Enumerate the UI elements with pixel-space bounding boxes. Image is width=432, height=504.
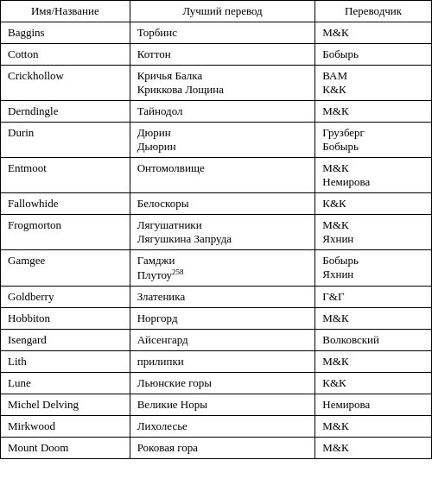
table-row: MirkwoodЛихолесьеМ&К [1, 416, 432, 438]
cell-translator: К&К [315, 373, 432, 394]
translator-text: Волковский [322, 333, 379, 346]
table-row: EntmootОнтомолвищеМ&КНемирова [1, 158, 432, 193]
translation-text: Плутоу258 [137, 268, 184, 281]
cell-translator: М&КНемирова [315, 158, 432, 193]
cell-translator: ВАМК&К [315, 66, 432, 101]
header-name: Имя/Название [1, 1, 130, 22]
cell-translator: ГрузбергБобырь [315, 123, 432, 158]
cell-translation: Льюнские горы [130, 373, 315, 394]
translation-text: Златеника [137, 290, 186, 303]
cell-name: Frogmorton [1, 215, 130, 250]
table-row: BagginsТорбинсМ&К [1, 22, 432, 44]
translator-text: К&К [322, 83, 346, 96]
cell-translation: Лихолесье [130, 416, 315, 438]
cell-translation: прилипки [130, 351, 315, 373]
cell-translation: Кричья БалкаКриккова Лощина [130, 66, 315, 101]
table-row: Mount DoomРоковая гораМ&К [1, 438, 432, 459]
table-row: DurinДюринДьюринГрузбергБобырь [1, 123, 432, 158]
translation-text: Гамджи [137, 254, 175, 267]
cell-name: Cotton [1, 44, 130, 66]
translation-text: Кричья Балка [137, 69, 203, 82]
cell-name: Michel Delving [1, 394, 130, 416]
translation-text: Лягушатники [137, 218, 202, 231]
cell-name: Mirkwood [1, 416, 130, 438]
table-row: LithприлипкиМ&К [1, 351, 432, 373]
cell-name: Durin [1, 123, 130, 158]
translator-text: Немирова [322, 175, 370, 188]
translator-text: М&К [322, 218, 348, 231]
translator-text: Немирова [322, 398, 370, 411]
translation-text: Айсенгард [137, 333, 188, 346]
translator-text: К&К [322, 376, 346, 389]
table-row: GoldberryЗлатеникаГ&Г [1, 287, 432, 308]
cell-translator: М&К [315, 416, 432, 438]
cell-translation: ДюринДьюрин [130, 123, 315, 158]
cell-translation: Айсенгард [130, 330, 315, 351]
translation-text: Белоскоры [137, 197, 189, 210]
translation-text: Великие Норы [137, 398, 207, 411]
cell-name: Baggins [1, 22, 130, 44]
cell-translation: Великие Норы [130, 394, 315, 416]
cell-translation: Коттон [130, 44, 315, 66]
translator-text: М&К [322, 161, 348, 174]
translator-text: Бобырь [322, 47, 359, 60]
translation-text: Коттон [137, 47, 171, 60]
translator-text: Бобырь [322, 254, 359, 267]
cell-translation: Белоскоры [130, 193, 315, 215]
cell-translator: М&К [315, 438, 432, 459]
translation-text: Дьюрин [137, 140, 176, 153]
cell-translation: Роковая гора [130, 438, 315, 459]
cell-name: Gamgee [1, 250, 130, 287]
translator-text: К&К [322, 197, 346, 210]
cell-translator: М&КЯхнин [315, 215, 432, 250]
translator-text: М&К [322, 104, 348, 117]
cell-translator: К&К [315, 193, 432, 215]
translation-text: прилипки [137, 355, 184, 368]
translation-text: Роковая гора [137, 441, 198, 454]
translation-text: Онтомолвище [137, 161, 205, 174]
cell-translator: М&К [315, 308, 432, 330]
translation-text: Тайнодол [137, 104, 183, 117]
cell-name: Mount Doom [1, 438, 130, 459]
main-table: Имя/Название Лучший перевод Переводчик B… [0, 0, 432, 459]
table-row: IsengardАйсенгардВолковский [1, 330, 432, 351]
translator-text: М&К [322, 312, 348, 324]
cell-name: Lith [1, 351, 130, 373]
footnote-sup: 258 [172, 268, 184, 276]
header-translation: Лучший перевод [130, 1, 315, 22]
cell-translation: ЛягушатникиЛягушкина Запруда [130, 215, 315, 250]
translation-text: Льюнские горы [137, 376, 212, 389]
cell-translator: Г&Г [315, 287, 432, 308]
cell-name: Derndingle [1, 101, 130, 123]
translation-text: Дюрин [137, 126, 171, 139]
cell-translator: Волковский [315, 330, 432, 351]
table-row: LuneЛьюнские горыК&К [1, 373, 432, 394]
translator-text: М&К [322, 419, 348, 432]
cell-translator: М&К [315, 351, 432, 373]
cell-translator: М&К [315, 22, 432, 44]
cell-translator: БобырьЯхнин [315, 250, 432, 287]
cell-translation: Онтомолвище [130, 158, 315, 193]
translation-text: Криккова Лощина [137, 83, 224, 96]
translator-text: М&К [322, 355, 348, 368]
translator-text: ВАМ [322, 69, 347, 82]
table-row: FrogmortonЛягушатникиЛягушкина ЗапрудаМ&… [1, 215, 432, 250]
table-row: DerndingleТайнодолМ&К [1, 101, 432, 123]
translator-text: М&К [322, 26, 348, 39]
cell-name: Fallowhide [1, 193, 130, 215]
table-row: FallowhideБелоскорыК&К [1, 193, 432, 215]
translation-text: Торбинс [137, 26, 177, 39]
translator-text: Яхнин [322, 268, 353, 280]
table-row: HobbitonНоргордМ&К [1, 308, 432, 330]
translator-text: Грузберг [322, 126, 365, 139]
cell-translator: Бобырь [315, 44, 432, 66]
table-row: CottonКоттонБобырь [1, 44, 432, 66]
cell-translation: Златеника [130, 287, 315, 308]
table-row: GamgeeГамджиПлутоу258БобырьЯхнин [1, 250, 432, 287]
translation-text: Лягушкина Запруда [137, 232, 232, 245]
translator-text: Г&Г [322, 290, 344, 303]
cell-name: Isengard [1, 330, 130, 351]
header-translator: Переводчик [315, 1, 432, 22]
translator-text: М&К [322, 441, 348, 454]
cell-name: Goldberry [1, 287, 130, 308]
